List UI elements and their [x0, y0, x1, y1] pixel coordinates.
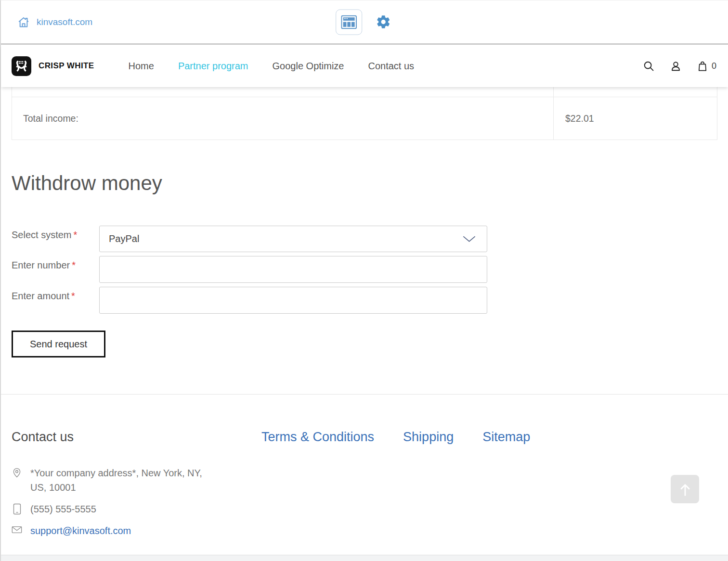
form-row-select-system: Select system* PayPal [12, 226, 717, 252]
person-icon[interactable] [670, 60, 682, 72]
required-asterisk: * [73, 230, 77, 240]
arrow-up-icon [678, 482, 692, 497]
footer-link-shipping[interactable]: Shipping [403, 430, 454, 445]
gear-icon[interactable] [376, 14, 391, 30]
nav-link-contact-us[interactable]: Contact us [368, 61, 415, 72]
selected-option: PayPal [109, 233, 139, 244]
required-asterisk: * [72, 260, 76, 270]
footer-links: Terms & Conditions Shipping Sitemap [261, 430, 530, 445]
contact-item-email: support@kinvasoft.com [12, 523, 717, 538]
company-address: *Your company address*, New York, NY, US… [30, 466, 209, 495]
number-input[interactable] [99, 256, 487, 283]
enter-amount-label: Enter amount* [12, 287, 99, 314]
search-icon[interactable] [643, 60, 655, 72]
table-row-total-income: Total income: $22.01 [12, 97, 717, 140]
topbar-tools [336, 9, 391, 35]
nav-links: Home Partner program Google Optimize Con… [129, 61, 415, 72]
brand-logo-icon [12, 56, 31, 76]
nav-link-partner-program[interactable]: Partner program [178, 61, 248, 72]
form-row-enter-amount: Enter amount* [12, 287, 717, 314]
nav-link-google-optimize[interactable]: Google Optimize [273, 61, 344, 72]
enter-number-label: Enter number* [12, 256, 99, 283]
map-pin-icon [12, 466, 22, 479]
site-navbar: CRISP WHITE Home Partner program Google … [1, 45, 728, 87]
contact-item-address: *Your company address*, New York, NY, US… [12, 466, 717, 495]
form-row-enter-number: Enter number* [12, 256, 717, 283]
total-income-label: Total income: [12, 97, 553, 140]
income-table: Total income: $22.01 [12, 87, 717, 140]
footer: Contact us Terms & Conditions Shipping S… [1, 395, 728, 538]
browser-topbar: kinvasoft.com [1, 0, 728, 45]
company-phone: (555) 555-5555 [30, 502, 96, 516]
table-row [12, 87, 717, 97]
select-system-label: Select system* [12, 226, 99, 252]
cart-count-badge: 0 [712, 61, 716, 71]
total-income-value: $22.01 [553, 97, 717, 140]
required-asterisk: * [71, 291, 75, 301]
home-icon [17, 15, 30, 29]
site-home-link[interactable]: kinvasoft.com [17, 15, 92, 29]
footer-link-terms[interactable]: Terms & Conditions [261, 430, 374, 445]
brand[interactable]: CRISP WHITE [12, 56, 94, 76]
mobile-phone-icon [12, 502, 22, 515]
scroll-to-top-button[interactable] [671, 475, 699, 503]
shopping-bag-icon [697, 60, 708, 72]
page-bottom-strip [1, 555, 728, 561]
support-email-link[interactable]: support@kinvasoft.com [30, 523, 131, 538]
window-builder-icon [341, 15, 357, 29]
brand-name[interactable]: CRISP WHITE [39, 61, 94, 71]
page: kinvasoft.com [0, 0, 728, 561]
table-cell [12, 87, 553, 97]
nav-link-home[interactable]: Home [129, 61, 154, 72]
send-request-button[interactable]: Send request [12, 331, 105, 357]
footer-link-sitemap[interactable]: Sitemap [482, 430, 530, 445]
withdraw-form: Select system* PayPal Enter numb [12, 226, 717, 357]
chevron-down-icon [462, 236, 476, 242]
main-content: Total income: $22.01 Withdrow money Sele… [1, 87, 728, 394]
page-title: Withdrow money [12, 172, 717, 195]
envelope-icon [12, 523, 22, 535]
cart-button[interactable]: 0 [697, 60, 716, 72]
footer-contact-heading: Contact us [12, 430, 261, 445]
payment-system-select[interactable]: PayPal [99, 226, 487, 252]
nav-icons: 0 [643, 60, 716, 72]
site-link-label[interactable]: kinvasoft.com [37, 17, 92, 27]
amount-input[interactable] [99, 287, 487, 314]
contact-item-phone: (555) 555-5555 [12, 502, 717, 516]
table-cell [553, 87, 717, 97]
builder-button[interactable] [336, 9, 362, 35]
contact-list: *Your company address*, New York, NY, US… [12, 466, 717, 538]
